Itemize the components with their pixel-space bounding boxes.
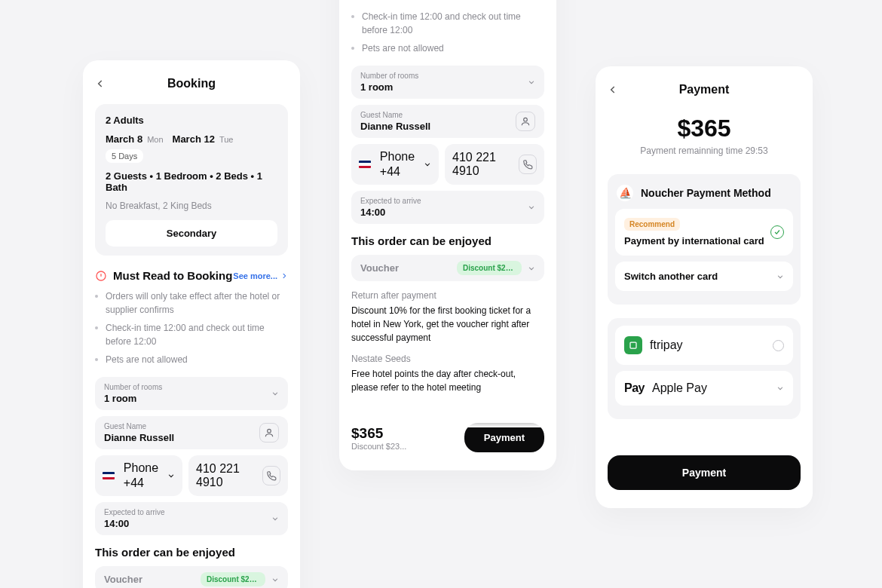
apple-pay-option[interactable]: Pay Apple Pay <box>615 371 793 406</box>
payment-amount: $365 <box>608 115 801 142</box>
ftripay-label: ftripay <box>650 338 683 352</box>
svg-point-1 <box>268 429 271 433</box>
rooms-value: 1 room <box>104 393 162 404</box>
booking-summary: 2 Adults March 8 Mon March 12 Tue 5 Days… <box>95 104 288 256</box>
phone-number-field[interactable]: 410 221 4910 <box>445 144 544 185</box>
recommend-badge: Recommend <box>624 218 680 231</box>
rooms-field[interactable]: Number of rooms 1 room <box>95 377 288 410</box>
intl-card-label: Payment by international card <box>624 235 764 247</box>
rule-item: Check-in time 12:00 and check out time b… <box>95 321 288 348</box>
user-icon[interactable] <box>516 112 535 131</box>
flag-uk-icon <box>359 161 371 168</box>
total-price: $365 <box>351 425 406 442</box>
return-body: Discount 10% for the first booking ticke… <box>351 304 544 345</box>
chevron-down-icon <box>424 161 431 168</box>
chevron-right-icon <box>280 272 288 280</box>
payment-header: Payment <box>608 83 801 96</box>
country-code-field[interactable]: Phone +44 <box>351 144 439 185</box>
chevron-down-icon <box>528 265 535 272</box>
page-title: Payment <box>608 83 801 96</box>
rule-item: Orders will only take effect after the h… <box>95 289 288 317</box>
back-icon[interactable] <box>608 84 618 95</box>
rooms-field[interactable]: Number of rooms 1 room <box>351 66 544 99</box>
date-from: March 8 <box>106 133 142 145</box>
see-more-link[interactable]: See more... <box>233 271 288 280</box>
payment-button[interactable]: Payment <box>608 455 801 490</box>
chevron-down-icon <box>528 204 535 211</box>
guest-field[interactable]: Guest Name Dianne Russell <box>95 416 288 449</box>
chevron-down-icon <box>528 78 535 86</box>
enjoy-title: This order can be enjoyed <box>95 546 288 559</box>
rules-list: Orders will only take effect after the h… <box>95 289 288 366</box>
user-icon[interactable] <box>259 423 279 443</box>
booking-header: Booking <box>95 77 288 90</box>
radio-unselected-icon[interactable] <box>773 340 784 351</box>
voucher-field[interactable]: Voucher Discount $26 for ... <box>351 255 544 281</box>
extras-line: No Breakfast, 2 King Beds <box>106 201 277 211</box>
payment-button[interactable]: Payment <box>464 423 544 452</box>
back-icon[interactable] <box>95 78 106 89</box>
phone-number-field[interactable]: 410 221 4910 <box>188 455 288 496</box>
chevron-down-icon <box>167 472 175 479</box>
rule-item: Check-in time 12:00 and check out time b… <box>351 10 544 37</box>
switch-card-label: Switch another card <box>624 271 718 282</box>
rules-list: Check-in time 12:00 and check out time b… <box>351 10 544 55</box>
date-to: March 12 <box>173 133 215 145</box>
guest-value: Dianne Russell <box>104 432 174 443</box>
return-heading: Return after payment <box>351 290 544 301</box>
flag-uk-icon <box>103 472 115 479</box>
guest-field[interactable]: Guest Name Dianne Russell <box>351 105 544 138</box>
phone-row: Phone +44 410 221 4910 <box>351 144 544 185</box>
must-read-row: Must Read to Booking See more... <box>95 269 288 282</box>
chevron-down-icon <box>776 384 784 392</box>
arrival-field[interactable]: Expected to arrive 14:00 <box>351 191 544 224</box>
chevron-down-icon <box>776 273 784 280</box>
phone-icon[interactable] <box>519 155 537 174</box>
svg-rect-3 <box>630 342 636 348</box>
switch-card-option[interactable]: Switch another card <box>615 262 793 291</box>
noucher-logo-icon: ⛵ <box>617 185 633 201</box>
apple-pay-logo-icon: Pay <box>624 381 645 395</box>
intl-card-option[interactable]: Recommend Payment by international card <box>615 209 793 256</box>
date-to-dow: Tue <box>219 135 234 144</box>
chevron-down-icon <box>271 390 279 397</box>
discount-text: Discount $23... <box>351 442 406 451</box>
enjoy-title: This order can be enjoyed <box>351 234 544 247</box>
stay-length-pill: 5 Days <box>106 149 143 163</box>
payment-remaining: Payment remainning time 29:53 <box>608 145 801 156</box>
price-bar: $365 Discount $23... Payment <box>351 411 544 452</box>
phone-label: Phone <box>124 461 158 475</box>
other-method-group: ftripay Pay Apple Pay <box>608 318 801 419</box>
check-icon <box>770 225 784 239</box>
rooms-label: Number of rooms <box>104 383 162 391</box>
ftripay-option[interactable]: ftripay <box>615 326 793 365</box>
arrival-field[interactable]: Expected to arrive 14:00 <box>95 502 288 535</box>
voucher-badge: Discount $26 for ... <box>201 572 265 586</box>
booking-screen-scrolled: Check-in time 12:00 and check out time b… <box>339 0 556 470</box>
info-icon <box>95 270 107 282</box>
guest-label: Guest Name <box>104 422 174 430</box>
voucher-label: Voucher <box>104 574 142 585</box>
rule-item: Pets are not allowed <box>95 353 288 366</box>
country-code-field[interactable]: Phone +44 <box>95 455 182 496</box>
noucher-method-group: ⛵ Noucher Payment Method Recommend Payme… <box>608 174 801 305</box>
chevron-down-icon <box>271 576 279 583</box>
phone-number: 410 221 4910 <box>196 462 262 489</box>
rule-item: Pets are not allowed <box>351 41 544 55</box>
noucher-heading: ⛵ Noucher Payment Method <box>615 182 793 209</box>
ftripay-icon <box>624 336 642 354</box>
chevron-down-icon <box>271 515 279 522</box>
payment-screen: Payment $365 Payment remainning time 29:… <box>596 66 813 508</box>
secondary-button[interactable]: Secondary <box>106 220 277 247</box>
seeds-body: Free hotel points the day after check-ou… <box>351 367 544 394</box>
booking-screen-top: Booking 2 Adults March 8 Mon March 12 Tu… <box>83 60 300 588</box>
voucher-field[interactable]: Voucher Discount $26 for ... <box>95 566 288 588</box>
svg-point-2 <box>524 118 528 121</box>
apple-pay-label: Apple Pay <box>652 381 707 395</box>
composition-line: 2 Guests • 1 Bedroom • 2 Beds • 1 Bath <box>106 170 277 193</box>
seeds-heading: Nestate Seeds <box>351 354 544 364</box>
arrival-label: Expected to arrive <box>104 508 165 516</box>
must-read-title: Must Read to Booking <box>113 269 232 282</box>
phone-icon[interactable] <box>262 466 280 485</box>
page-title: Booking <box>95 77 288 90</box>
